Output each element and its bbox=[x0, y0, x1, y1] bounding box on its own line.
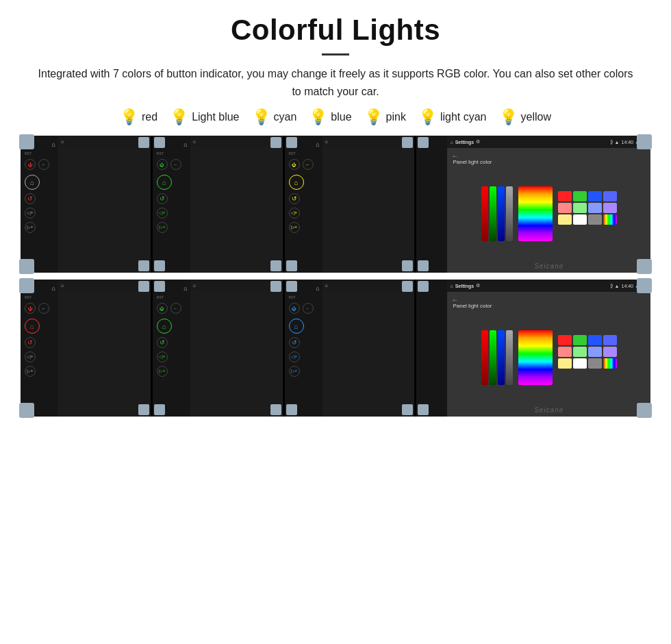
b-color-palette-display bbox=[481, 330, 617, 385]
watermark-top: Seicane bbox=[534, 262, 564, 270]
b-unit1-vol1[interactable]: ◁+ bbox=[25, 351, 36, 362]
settings-screen-body: ← Panel light color bbox=[447, 148, 650, 273]
unit3-back-btn[interactable]: ← bbox=[303, 159, 314, 170]
bt-icon: ₿ bbox=[611, 140, 613, 145]
b-unit3-refresh[interactable]: ↺ bbox=[289, 337, 300, 348]
b-unit2-back[interactable]: ← bbox=[170, 303, 181, 314]
light-cyan-bulb-icon: 💡 bbox=[418, 110, 437, 125]
color-cyan: 💡 cyan bbox=[252, 110, 297, 125]
pink-bulb-icon: 💡 bbox=[364, 110, 383, 125]
bottom-unit-3: MIC ⌂ RST ⏻ ← ⌂ ↺ ◁+ ▷+ bbox=[285, 280, 417, 417]
b-unit3-nav: ⌂ bbox=[289, 319, 304, 334]
swatch-grey[interactable] bbox=[588, 214, 602, 225]
unit3-vol-up[interactable]: ▷+ bbox=[289, 222, 300, 233]
b-unit3-vol1[interactable]: ◁+ bbox=[289, 351, 300, 362]
unit1-screen: ⌂ bbox=[58, 136, 151, 273]
unit2-home-icon: ⌂ bbox=[183, 141, 187, 148]
unit2-vol-up[interactable]: ▷+ bbox=[157, 222, 168, 233]
unit1-vol-up[interactable]: ▷+ bbox=[25, 222, 36, 233]
b-unit1-vol2[interactable]: ▷+ bbox=[25, 366, 36, 377]
grey-bar bbox=[506, 186, 513, 241]
b-swatch-white[interactable] bbox=[573, 358, 587, 369]
unit1-back-btn[interactable]: ← bbox=[38, 159, 49, 170]
swatch-blue2[interactable] bbox=[603, 191, 617, 201]
home-nav-icon: ⌂ bbox=[450, 140, 453, 145]
yellow-bulb-icon: 💡 bbox=[499, 110, 518, 125]
unit1-nav-icon: ⌂ bbox=[25, 175, 40, 190]
unit2-nav-icon: ⌂ bbox=[157, 175, 172, 190]
b-unit3-back[interactable]: ← bbox=[303, 303, 314, 314]
b-unit2-power[interactable]: ⏻ bbox=[157, 303, 168, 314]
cyan-bulb-icon: 💡 bbox=[252, 110, 270, 125]
b-unit2-nav: ⌂ bbox=[157, 319, 172, 334]
b-unit3-power[interactable]: ⏻ bbox=[289, 303, 300, 314]
b-swatch-purple[interactable] bbox=[603, 347, 617, 357]
color-pink: 💡 pink bbox=[364, 110, 406, 125]
unit3-screen: ⌂ bbox=[322, 136, 415, 273]
b-swatch-rainbow[interactable] bbox=[603, 358, 617, 369]
unit1-btn-col: MIC ⌂ RST ⏻ ← ⌂ ↺ bbox=[21, 136, 58, 273]
unit3-body: MIC ⌂ RST ⏻ ← ⌂ ↺ bbox=[285, 136, 415, 273]
color-blue-label: blue bbox=[331, 111, 351, 123]
swatch-blue[interactable] bbox=[588, 191, 602, 201]
b-swatch-light-green[interactable] bbox=[573, 347, 587, 357]
swatch-rainbow[interactable] bbox=[603, 214, 617, 225]
b-swatch-red[interactable] bbox=[558, 335, 572, 345]
b-swatch-pink[interactable] bbox=[558, 347, 572, 357]
unit2-power-btn[interactable]: ⏻ bbox=[157, 159, 168, 170]
b-unit2-vol1[interactable]: ◁+ bbox=[157, 351, 168, 362]
unit2-refresh[interactable]: ↺ bbox=[157, 193, 168, 204]
top-unit-1: MIC ⌂ RST ⏻ ← ⌂ ↺ bbox=[21, 136, 153, 273]
b-swatch-grey[interactable] bbox=[588, 358, 602, 369]
top-unit-settings: MIC ⌂ Settings ⚙ ₿ bbox=[416, 136, 650, 273]
color-blue: 💡 blue bbox=[309, 110, 351, 125]
unit4-screen: ⌂ Settings ⚙ ₿ ▲ 14:40 🔊 ✕ bbox=[447, 136, 650, 273]
b-grey-bar bbox=[506, 330, 513, 385]
b-rainbow-bar bbox=[518, 330, 553, 385]
unit2-back-btn[interactable]: ← bbox=[170, 159, 181, 170]
unit1-home-icon: ⌂ bbox=[52, 141, 55, 148]
color-indicators-row: 💡 red 💡 Light blue 💡 cyan 💡 blue 💡 pink … bbox=[21, 110, 650, 125]
b-swatch-light-blue[interactable] bbox=[588, 347, 602, 357]
swatch-pink[interactable] bbox=[558, 203, 572, 213]
color-yellow-label: yellow bbox=[521, 111, 551, 123]
b-blue-bar bbox=[498, 330, 505, 385]
unit1-power-btn[interactable]: ⏻ bbox=[25, 159, 36, 170]
b-unit4-btn-col: MIC bbox=[416, 280, 447, 417]
swatch-purple[interactable] bbox=[603, 203, 617, 213]
b-unit1-back[interactable]: ← bbox=[38, 303, 49, 314]
unit4-mic-label: MIC bbox=[420, 141, 427, 145]
swatch-green[interactable] bbox=[573, 191, 587, 201]
top-row-bracket-br bbox=[637, 259, 652, 274]
color-light-cyan: 💡 light cyan bbox=[418, 110, 487, 125]
unit2-vol-down[interactable]: ◁+ bbox=[157, 208, 168, 219]
b-unit1-refresh[interactable]: ↺ bbox=[25, 337, 36, 348]
swatch-light-green[interactable] bbox=[573, 203, 587, 213]
unit3-refresh[interactable]: ↺ bbox=[289, 193, 300, 204]
b-unit1-power[interactable]: ⏻ bbox=[25, 303, 36, 314]
b-panel-light-label: Panel light color bbox=[453, 303, 492, 309]
color-red-label: red bbox=[142, 111, 157, 123]
swatch-red[interactable] bbox=[558, 191, 572, 201]
top-unit-2: MIC ⌂ RST ⏻ ← ⌂ ↺ bbox=[153, 136, 285, 273]
swatch-light-blue[interactable] bbox=[588, 203, 602, 213]
b-swatch-yellow[interactable] bbox=[558, 358, 572, 369]
unit1-refresh[interactable]: ↺ bbox=[25, 193, 36, 204]
b-green-bar bbox=[490, 330, 496, 385]
swatch-yellow[interactable] bbox=[558, 214, 572, 225]
b-swatch-blue[interactable] bbox=[588, 335, 602, 345]
unit2-mic-label: MIC bbox=[157, 143, 163, 147]
unit3-power-btn[interactable]: ⏻ bbox=[289, 159, 300, 170]
bottom-row-bracket-tl bbox=[19, 278, 34, 293]
b-unit3-vol2[interactable]: ▷+ bbox=[289, 366, 300, 377]
b-unit2-btn-col: MIC ⌂ RST ⏻ ← ⌂ ↺ ◁+ ▷+ bbox=[153, 280, 190, 417]
b-unit2-vol2[interactable]: ▷+ bbox=[157, 366, 168, 377]
unit1-vol-down[interactable]: ◁+ bbox=[25, 208, 36, 219]
b-swatch-green[interactable] bbox=[573, 335, 587, 345]
swatch-white[interactable] bbox=[573, 214, 587, 225]
b-unit2-refresh[interactable]: ↺ bbox=[157, 337, 168, 348]
unit3-vol-down[interactable]: ◁+ bbox=[289, 208, 300, 219]
color-yellow: 💡 yellow bbox=[499, 110, 551, 125]
b-swatch-blue2[interactable] bbox=[603, 335, 617, 345]
blue-bar bbox=[498, 186, 505, 241]
